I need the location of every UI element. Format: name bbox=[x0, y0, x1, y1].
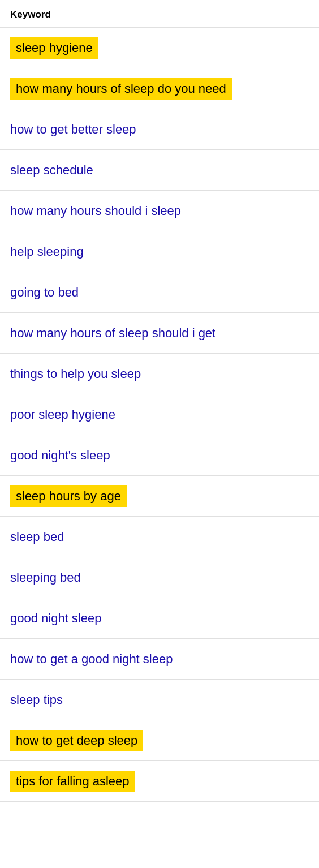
keyword-text: sleeping bed bbox=[10, 570, 81, 585]
keyword-text: good night sleep bbox=[10, 611, 101, 626]
keyword-text: how to get a good night sleep bbox=[10, 652, 173, 667]
keyword-column-header: Keyword bbox=[10, 9, 51, 20]
keyword-row[interactable]: sleep schedule bbox=[0, 150, 319, 191]
keyword-text: how many hours of sleep should i get bbox=[10, 326, 215, 341]
keyword-text: how to get deep sleep bbox=[10, 730, 143, 751]
keyword-row[interactable]: things to help you sleep bbox=[0, 354, 319, 394]
keyword-row[interactable]: sleep tips bbox=[0, 680, 319, 720]
keyword-row[interactable]: how to get deep sleep bbox=[0, 720, 319, 761]
keyword-row[interactable]: sleep bed bbox=[0, 517, 319, 557]
keyword-text: good night's sleep bbox=[10, 448, 110, 463]
keyword-text: how many hours should i sleep bbox=[10, 204, 181, 218]
keyword-text: tips for falling asleep bbox=[10, 771, 135, 792]
keyword-text: sleep hours by age bbox=[10, 485, 127, 507]
keyword-row[interactable]: how to get a good night sleep bbox=[0, 639, 319, 680]
keyword-row[interactable]: going to bed bbox=[0, 272, 319, 313]
keyword-table: Keyword sleep hygienehow many hours of s… bbox=[0, 0, 319, 802]
keyword-text: sleep tips bbox=[10, 693, 63, 707]
keyword-text: sleep bed bbox=[10, 530, 64, 544]
keyword-text: poor sleep hygiene bbox=[10, 407, 115, 422]
keyword-text: going to bed bbox=[10, 285, 79, 300]
keyword-row[interactable]: poor sleep hygiene bbox=[0, 394, 319, 435]
keyword-row[interactable]: good night's sleep bbox=[0, 435, 319, 476]
keyword-text: sleep schedule bbox=[10, 163, 93, 178]
keyword-text: things to help you sleep bbox=[10, 367, 141, 381]
rows-container: sleep hygienehow many hours of sleep do … bbox=[0, 28, 319, 802]
keyword-row[interactable]: help sleeping bbox=[0, 231, 319, 272]
keyword-row[interactable]: sleeping bed bbox=[0, 557, 319, 598]
keyword-text: how many hours of sleep do you need bbox=[10, 78, 232, 100]
keyword-row[interactable]: how many hours of sleep should i get bbox=[0, 313, 319, 354]
keyword-text: how to get better sleep bbox=[10, 122, 136, 137]
keyword-row[interactable]: good night sleep bbox=[0, 598, 319, 639]
keyword-row[interactable]: sleep hygiene bbox=[0, 28, 319, 68]
keyword-text: sleep hygiene bbox=[10, 37, 98, 59]
keyword-row[interactable]: tips for falling asleep bbox=[0, 761, 319, 802]
keyword-row[interactable]: how many hours should i sleep bbox=[0, 191, 319, 231]
keyword-row[interactable]: sleep hours by age bbox=[0, 476, 319, 517]
keyword-row[interactable]: how to get better sleep bbox=[0, 109, 319, 150]
table-header: Keyword bbox=[0, 0, 319, 28]
keyword-row[interactable]: how many hours of sleep do you need bbox=[0, 68, 319, 109]
keyword-text: help sleeping bbox=[10, 244, 84, 259]
